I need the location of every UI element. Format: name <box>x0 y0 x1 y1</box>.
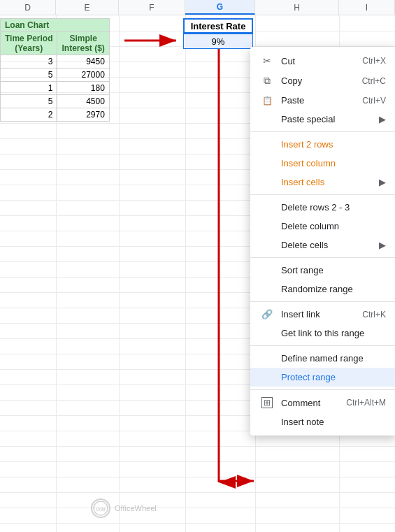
menu-item-copy[interactable]: ⧉ Copy Ctrl+C <box>250 71 395 91</box>
paste-special-arrow: ▶ <box>379 114 386 124</box>
insert-link-icon: 🔗 <box>261 309 273 319</box>
col-header-d: D <box>0 0 56 15</box>
menu-label-protect-range: Protect range <box>281 372 336 382</box>
comment-shortcut: Ctrl+Alt+M <box>346 398 386 408</box>
menu-item-cut[interactable]: ✂ Cut Ctrl+X <box>250 51 395 71</box>
table-row: 1 <box>1 82 57 95</box>
watermark-text: OfficeWheel <box>115 504 157 512</box>
loan-chart-table: Loan Chart Time Period(Years) SimpleInte… <box>0 18 110 122</box>
menu-item-randomize-range[interactable]: Randomize range <box>250 280 395 299</box>
divider-2 <box>250 194 395 195</box>
menu-item-insert-link[interactable]: 🔗 Insert link Ctrl+K <box>250 305 395 324</box>
delete-cells-arrow: ▶ <box>379 240 386 250</box>
menu-item-insert-note[interactable]: Insert note <box>250 412 395 431</box>
table-row: 9450 <box>57 55 109 69</box>
divider-6 <box>250 389 395 390</box>
comment-icon: ⊞ <box>261 397 273 408</box>
grid-area: Loan Chart Time Period(Years) SimpleInte… <box>0 15 395 532</box>
column-headers: D E F G H I <box>0 0 395 15</box>
interest-rate-value[interactable]: 9% <box>183 34 253 49</box>
menu-label-insert-cells: Insert cells <box>281 177 324 187</box>
menu-label-get-link: Get link to this range <box>281 328 364 338</box>
divider-5 <box>250 345 395 346</box>
watermark-logo: OW <box>91 498 110 518</box>
menu-label-define-named-range: Define named range <box>281 353 364 364</box>
cut-icon: ✂ <box>261 55 273 66</box>
menu-item-delete-rows[interactable]: Delete rows 2 - 3 <box>250 198 395 217</box>
table-row: 180 <box>57 82 109 95</box>
menu-label-copy: Copy <box>281 76 302 86</box>
col-header-i: I <box>339 0 395 15</box>
col-header-g: G <box>185 0 255 15</box>
menu-label-delete-cells: Delete cells <box>281 240 328 250</box>
menu-item-paste-special[interactable]: Paste special ▶ <box>250 110 395 129</box>
table-row: 5 <box>1 69 57 82</box>
menu-label-cut: Cut <box>281 56 295 66</box>
copy-icon: ⧉ <box>261 75 273 87</box>
menu-label-insert-2-rows: Insert 2 rows <box>281 139 333 150</box>
menu-label-delete-column: Delete column <box>281 221 339 231</box>
table-row: 3 <box>1 55 57 69</box>
table-row: 2 <box>1 108 57 122</box>
context-menu: ✂ Cut Ctrl+X ⧉ Copy Ctrl+C 📋 Paste Ctrl+… <box>250 47 395 436</box>
divider-1 <box>250 131 395 132</box>
menu-item-get-link[interactable]: Get link to this range <box>250 324 395 343</box>
menu-item-delete-column[interactable]: Delete column <box>250 217 395 236</box>
col-header-h: H <box>255 0 339 15</box>
menu-item-insert-column[interactable]: Insert column <box>250 154 395 173</box>
menu-label-insert-link: Insert link <box>281 309 320 319</box>
interest-rate-header[interactable]: Interest Rate <box>183 18 253 34</box>
menu-label-paste-special: Paste special <box>281 114 335 124</box>
table-row: 2970 <box>57 108 109 122</box>
menu-item-paste[interactable]: 📋 Paste Ctrl+V <box>250 91 395 110</box>
loan-chart-title: Loan Chart <box>1 19 110 32</box>
col-header-f: F <box>119 0 185 15</box>
menu-label-delete-rows: Delete rows 2 - 3 <box>281 202 350 213</box>
menu-item-sort-range[interactable]: Sort range <box>250 261 395 280</box>
menu-item-define-named-range[interactable]: Define named range <box>250 349 395 368</box>
menu-item-protect-range[interactable]: Protect range <box>250 368 395 387</box>
col-header-simple: SimpleInterest ($) <box>57 32 109 55</box>
watermark: OW OfficeWheel <box>91 498 157 518</box>
col-header-e: E <box>56 0 119 15</box>
table-row: 5 <box>1 95 57 108</box>
table-row: 27000 <box>57 69 109 82</box>
table-row: 4500 <box>57 95 109 108</box>
insert-link-shortcut: Ctrl+K <box>362 310 386 319</box>
copy-shortcut: Ctrl+C <box>362 76 386 86</box>
col-header-time: Time Period(Years) <box>1 32 57 55</box>
divider-3 <box>250 257 395 258</box>
menu-item-insert-2-rows[interactable]: Insert 2 rows <box>250 135 395 154</box>
divider-4 <box>250 301 395 302</box>
menu-item-insert-cells[interactable]: Insert cells ▶ <box>250 173 395 192</box>
menu-item-comment[interactable]: ⊞ Comment Ctrl+Alt+M <box>250 393 395 412</box>
menu-label-paste: Paste <box>281 95 304 106</box>
paste-icon: 📋 <box>261 96 273 106</box>
menu-label-randomize-range: Randomize range <box>281 284 353 294</box>
paste-shortcut: Ctrl+V <box>362 96 386 106</box>
menu-label-insert-note: Insert note <box>281 417 324 427</box>
svg-text:OW: OW <box>96 506 106 512</box>
menu-label-insert-column: Insert column <box>281 158 336 168</box>
menu-item-delete-cells[interactable]: Delete cells ▶ <box>250 236 395 254</box>
insert-cells-arrow: ▶ <box>379 177 386 187</box>
cut-shortcut: Ctrl+X <box>362 56 386 66</box>
menu-label-sort-range: Sort range <box>281 265 324 275</box>
spreadsheet: D E F G H I <box>0 0 395 532</box>
menu-label-comment: Comment <box>281 398 320 408</box>
